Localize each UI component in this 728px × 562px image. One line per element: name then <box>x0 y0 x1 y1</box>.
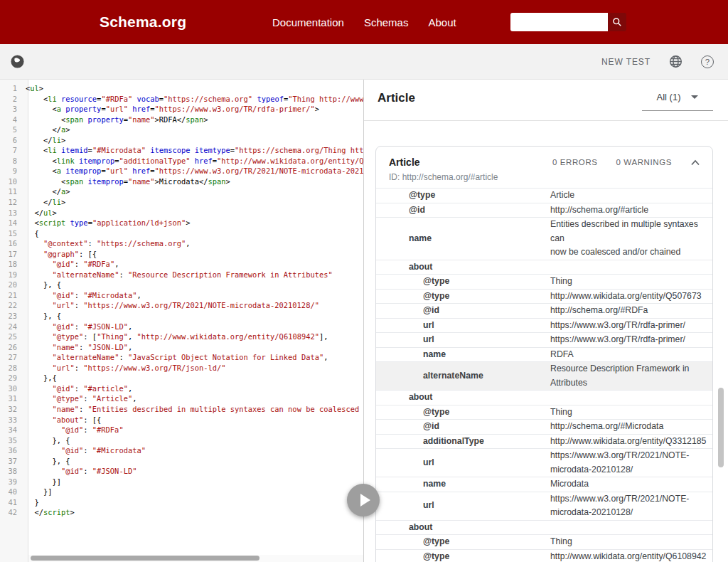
code-text: </li> <box>22 197 65 208</box>
code-line[interactable]: 26 "name": "JSON-LD", <box>0 342 363 353</box>
code-line[interactable]: 21 "@id": "#Microdata", <box>0 290 363 301</box>
code-text: "about": [{ <box>22 415 101 425</box>
code-line[interactable]: 22 "url": "https://www.w3.org/TR/2021/NO… <box>0 300 363 311</box>
code-line[interactable]: 16 "@context": "https://schema.org", <box>0 238 363 249</box>
property-row: nameEntities described in multiple synta… <box>376 217 712 260</box>
code-line[interactable]: 11 </a> <box>0 186 363 197</box>
code-line[interactable]: 27 "alternateName": "JavaScript Object N… <box>0 352 363 363</box>
code-line[interactable]: 10 <span itemprop="name">Microdata</span… <box>0 176 363 187</box>
code-line[interactable]: 17 "@graph": [{ <box>0 249 363 260</box>
code-line[interactable]: 5 </a> <box>0 124 363 135</box>
nav-item-documentation[interactable]: Documentation <box>272 16 344 28</box>
code-line[interactable]: 37 }, { <box>0 456 363 467</box>
code-line[interactable]: 7 <li itemid="#Microdata" itemscope item… <box>0 145 363 156</box>
property-row: nameMicrodata <box>376 477 712 492</box>
code-line[interactable]: 6 </li> <box>0 135 363 146</box>
code-line[interactable]: 12 </li> <box>0 197 363 208</box>
line-number: 35 <box>0 435 22 446</box>
errors-count: 0 ERRORS <box>552 158 598 166</box>
code-text: "@context": "https://schema.org", <box>22 238 191 249</box>
app-logo[interactable]: Schema.org <box>100 14 186 31</box>
code-text: </a> <box>22 124 70 135</box>
code-text: "alternateName": "JavaScript Object Nota… <box>22 352 328 363</box>
line-number: 25 <box>0 332 22 342</box>
language-globe-icon[interactable] <box>669 55 682 68</box>
code-text: "url": "https://www.w3.org/TR/2021/NOTE-… <box>22 300 319 311</box>
code-line[interactable]: 18 "@id": "#RDFa", <box>0 259 363 270</box>
property-key: url <box>376 333 550 347</box>
code-line[interactable]: 20 }, { <box>0 280 363 290</box>
code-text: "@id": "#JSON-LD" <box>22 466 136 477</box>
entity-title: Article <box>389 157 420 168</box>
code-line[interactable]: 3 <a property="url" href="https://www.w3… <box>0 104 363 115</box>
new-test-button[interactable]: NEW TEST <box>601 57 651 67</box>
code-line[interactable]: 33 "about": [{ <box>0 415 363 425</box>
code-line[interactable]: 28 "url": "https://www.w3.org/TR/json-ld… <box>0 363 363 373</box>
code-line[interactable]: 41 } <box>0 497 363 508</box>
line-number: 41 <box>0 497 22 508</box>
property-value: https://www.w3.org/TR/2021/NOTE- microda… <box>550 492 712 520</box>
code-line[interactable]: 36 "@id": "#Microdata" <box>0 445 363 456</box>
search-button[interactable] <box>608 13 626 31</box>
line-number: 8 <box>0 156 22 166</box>
property-row: @idhttp://schema.org/#Microdata <box>376 419 712 434</box>
code-text: </a> <box>22 186 70 197</box>
code-line[interactable]: 39 }] <box>0 477 363 487</box>
code-line[interactable]: 38 "@id": "#JSON-LD" <box>0 466 363 477</box>
property-key: @type <box>376 550 550 562</box>
property-row: @typeThing <box>376 274 712 289</box>
earth-icon[interactable] <box>10 54 25 69</box>
code-line[interactable]: 8 <link itemprop="additionalType" href="… <box>0 156 363 166</box>
line-number: 19 <box>0 270 22 280</box>
line-number: 11 <box>0 186 22 197</box>
code-text: "alternateName": "Resource Description F… <box>22 270 333 280</box>
code-line[interactable]: 25 "@type": ["Thing", "http://www.wikida… <box>0 332 363 342</box>
line-number: 17 <box>0 249 22 260</box>
results-filter-dropdown[interactable]: All (1) <box>642 92 713 111</box>
code-line[interactable]: 40 }] <box>0 487 363 497</box>
property-row: @idhttp://schema.org/#article <box>376 203 712 218</box>
property-row: about <box>376 520 712 535</box>
code-editor[interactable]: 1<ul>2 <li resource="#RDFa" vocab="https… <box>0 83 363 518</box>
code-line[interactable]: 34 "@id": "#RDFa" <box>0 425 363 435</box>
horizontal-scrollbar <box>28 555 363 562</box>
property-value: http://www.wikidata.org/entity/Q6108942 <box>550 550 713 562</box>
line-number: 42 <box>0 507 22 518</box>
vertical-scrollbar-thumb[interactable] <box>718 388 724 467</box>
help-icon[interactable]: ? <box>701 55 714 68</box>
code-line[interactable]: 42 </script> <box>0 507 363 518</box>
line-number: 12 <box>0 197 22 208</box>
code-line[interactable]: 19 "alternateName": "Resource Descriptio… <box>0 270 363 280</box>
code-line[interactable]: 13 </ul> <box>0 208 363 218</box>
nav-item-schemas[interactable]: Schemas <box>364 16 409 28</box>
nav-item-about[interactable]: About <box>428 16 456 28</box>
code-line[interactable]: 4 <span property="name">RDFA</span> <box>0 115 363 125</box>
code-line[interactable]: 9 <a itemprop="url" href="https://www.w3… <box>0 166 363 176</box>
code-line[interactable]: 29 },{ <box>0 373 363 383</box>
line-number: 6 <box>0 135 22 146</box>
code-line[interactable]: 23 }, { <box>0 311 363 322</box>
code-text: <span itemprop="name">Microdata</span> <box>22 176 230 187</box>
property-key: @id <box>376 420 550 434</box>
code-line[interactable]: 24 "@id": "#JSON-LD", <box>0 322 363 332</box>
line-number: 40 <box>0 487 22 497</box>
chevron-up-icon[interactable] <box>690 159 700 166</box>
run-validation-button[interactable] <box>347 484 380 516</box>
code-line[interactable]: 30 "@id": "#article", <box>0 383 363 394</box>
property-key: about <box>376 521 550 535</box>
horizontal-scrollbar-thumb[interactable] <box>31 556 259 561</box>
code-line[interactable]: 1<ul> <box>0 83 363 94</box>
code-line[interactable]: 35 }, { <box>0 435 363 446</box>
search-input[interactable] <box>510 13 608 31</box>
code-text: "@type": "Article", <box>22 393 136 404</box>
property-row: @typehttp://www.wikidata.org/entity/Q507… <box>376 289 712 304</box>
line-number: 15 <box>0 228 22 239</box>
code-line[interactable]: 15 { <box>0 228 363 239</box>
property-value: https://www.w3.org/TR/rdfa-primer/ <box>550 333 712 347</box>
code-line[interactable]: 2 <li resource="#RDFa" vocab="https://sc… <box>0 94 363 105</box>
code-line[interactable]: 14 <script type="application/ld+json"> <box>0 218 363 228</box>
property-table: @typeArticle@idhttp://schema.org/#articl… <box>376 188 712 562</box>
toolbar-actions: NEW TEST ? <box>601 55 714 68</box>
code-line[interactable]: 31 "@type": "Article", <box>0 393 363 404</box>
code-line[interactable]: 32 "name": "Entities described in multip… <box>0 404 363 415</box>
